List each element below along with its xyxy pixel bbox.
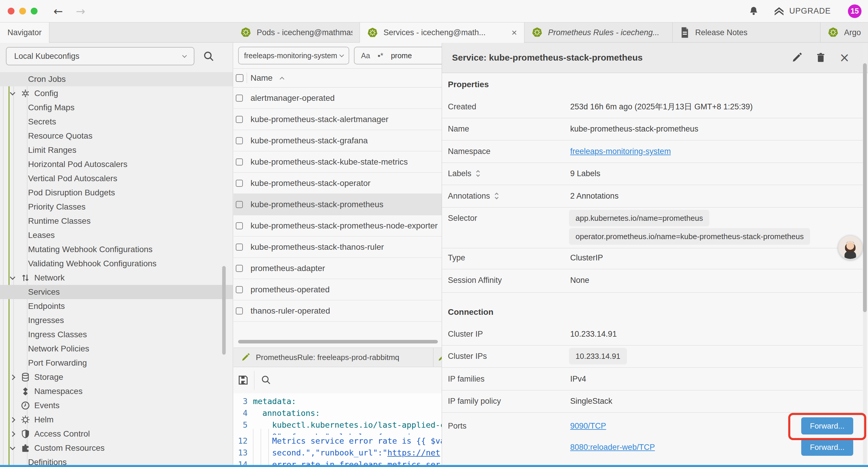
sort-updown-icon[interactable] (475, 169, 481, 178)
row-checkbox[interactable] (236, 180, 243, 187)
row-divider (442, 345, 863, 346)
row-checkbox[interactable] (236, 137, 243, 144)
forward-button[interactable]: Forward... (801, 439, 853, 456)
row-checkbox[interactable] (236, 308, 243, 315)
editor-tab-prometheusrule[interactable]: PrometheusRule: freeleaps-prod-rabbitmq (234, 348, 433, 367)
runbook-url-link[interactable]: https://net (387, 447, 440, 459)
search-query[interactable]: prome (391, 52, 412, 60)
sidebar-item-priority-classes[interactable]: Priority Classes (0, 200, 233, 214)
sidebar-group-access-control[interactable]: Access Control (0, 427, 233, 441)
back-button[interactable]: ← (54, 6, 63, 17)
traffic-lights (8, 8, 42, 14)
upgrade-button[interactable]: UPGRADE (774, 6, 831, 17)
tab-pods[interactable]: Pods - icecheng@mathmas... (233, 23, 360, 42)
table-row[interactable]: alertmanager-operated (234, 87, 442, 109)
sidebar-item-namespaces[interactable]: Namespaces (0, 384, 233, 399)
row-checkbox[interactable] (236, 222, 243, 229)
table-row[interactable]: kube-prometheus-stack-grafana (234, 130, 442, 151)
sidebar-item-secrets[interactable]: Secrets (0, 115, 233, 129)
sidebar-group-helm[interactable]: Helm (0, 413, 233, 427)
table-row[interactable]: prometheus-adapter (234, 258, 442, 279)
tab-navigator[interactable]: Navigator (0, 23, 49, 43)
regex-toggle[interactable]: ▪* (378, 52, 383, 60)
sidebar-group-custom-resources[interactable]: Custom Resources (0, 441, 233, 455)
chevron-right-icon (10, 417, 15, 422)
table-row[interactable]: thanos-ruler-operated (234, 300, 442, 322)
tab-argo[interactable]: Argo Se (820, 23, 868, 42)
sidebar-group-network[interactable]: Network (0, 271, 233, 285)
sidebar-item-mutating-webhook-configurations[interactable]: Mutating Webhook Configurations (0, 242, 233, 257)
sidebar-item-limit-ranges[interactable]: Limit Ranges (0, 143, 233, 157)
table-row[interactable]: prometheus-operated (234, 279, 442, 300)
sidebar-item-cron-jobs[interactable]: Cron Jobs (0, 72, 233, 86)
row-checkbox[interactable] (236, 243, 243, 251)
sidebar-item-services[interactable]: Services (0, 285, 233, 299)
table-row[interactable]: kube-prometheus-stack-kube-state-metrics (234, 151, 442, 173)
search-icon[interactable] (260, 375, 271, 385)
bell-icon[interactable] (749, 6, 758, 17)
sidebar-item-ingress-classes[interactable]: Ingress Classes (0, 327, 233, 342)
namespace-link[interactable]: freeleaps-monitoring-system (570, 147, 671, 156)
close-icon[interactable]: × (839, 52, 850, 64)
sidebar-item-validating-webhook-configurations[interactable]: Validating Webhook Configurations (0, 257, 233, 271)
port-link[interactable]: 8080:reloader-web/TCP (570, 443, 655, 451)
minimize-window-button[interactable] (19, 8, 26, 14)
sidebar-item-port-forwarding[interactable]: Port Forwarding (0, 356, 233, 370)
row-checkbox[interactable] (236, 286, 243, 293)
pencil-icon (438, 353, 442, 362)
row-checkbox[interactable] (236, 201, 243, 208)
trash-icon[interactable] (816, 52, 826, 63)
save-icon[interactable] (238, 375, 249, 386)
sidebar-item-pod-disruption-budgets[interactable]: Pod Disruption Budgets (0, 185, 233, 200)
sidebar-item-horizontal-pod-autoscalers[interactable]: Horizontal Pod Autoscalers (0, 157, 233, 171)
sidebar-group-storage[interactable]: Storage (0, 370, 233, 384)
tab-release-notes[interactable]: Release Notes (673, 23, 820, 42)
close-icon[interactable]: × (505, 27, 517, 38)
row-divider (442, 412, 863, 413)
table-row-selected[interactable]: kube-prometheus-stack-prometheus (234, 194, 442, 215)
search-icon[interactable] (203, 50, 215, 62)
notification-badge[interactable]: 15 (848, 4, 862, 18)
table-row[interactable]: kube-prometheus-stack-operator (234, 173, 442, 194)
row-checkbox[interactable] (236, 116, 243, 123)
avatar[interactable] (838, 235, 863, 260)
sidebar-item-leases[interactable]: Leases (0, 228, 233, 242)
name-column-header[interactable]: Name (251, 73, 284, 83)
sidebar-item-config-maps[interactable]: Config Maps (0, 100, 233, 115)
row-checkbox[interactable] (236, 95, 243, 102)
port-link[interactable]: 9090/TCP (570, 421, 606, 430)
case-sensitive-toggle[interactable]: Aa (361, 52, 370, 60)
sidebar-item-runtime-classes[interactable]: Runtime Classes (0, 214, 233, 228)
table-row[interactable]: kube-prometheus-stack-thanos-ruler (234, 236, 442, 258)
editor-line: 5kubectl.kubernetes.io/last-applied-co (234, 419, 442, 431)
horizontal-scrollbar[interactable] (238, 340, 438, 344)
table-row[interactable]: kube-prometheus-stack-prometheus-node-ex… (234, 215, 442, 236)
kubeconfig-select[interactable]: Local Kubeconfigs (6, 47, 194, 65)
row-divider (442, 207, 863, 207)
forward-button[interactable]: → (76, 6, 85, 17)
sidebar-group-config[interactable]: Config (0, 86, 233, 100)
yaml-editor[interactable]: 3metadata: 4annotations: 5kubectl.kubern… (234, 393, 442, 467)
details-scrollbar-thumb[interactable] (863, 63, 867, 312)
row-checkbox[interactable] (236, 265, 243, 272)
pencil-icon[interactable] (792, 52, 802, 63)
sidebar-scrollbar[interactable] (222, 266, 226, 355)
sidebar-item-resource-quotas[interactable]: Resource Quotas (0, 129, 233, 143)
tab-prometheus-rules[interactable]: Prometheus Rules - icecheng... (524, 23, 673, 42)
sidebar-item-ingresses[interactable]: Ingresses (0, 313, 233, 327)
search-input[interactable]: Aa ▪* prome (354, 47, 442, 64)
sidebar-item-network-policies[interactable]: Network Policies (0, 342, 233, 356)
sort-updown-icon[interactable] (494, 192, 500, 200)
namespace-filter-select[interactable]: freeleaps-monitoring-system (238, 47, 349, 64)
properties-section-heading: Properties (448, 78, 489, 91)
sidebar-item-vertical-pod-autoscalers[interactable]: Vertical Pod Autoscalers (0, 171, 233, 185)
row-checkbox[interactable] (236, 158, 243, 166)
table-row[interactable]: kube-prometheus-stack-alertmanager (234, 109, 442, 130)
sidebar-item-endpoints[interactable]: Endpoints (0, 299, 233, 313)
editor-tab-partial[interactable] (433, 348, 442, 367)
select-all-checkbox[interactable] (236, 74, 243, 82)
zoom-window-button[interactable] (31, 8, 37, 14)
tab-services[interactable]: Services - icecheng@math... × (360, 23, 524, 43)
sidebar-item-events[interactable]: Events (0, 399, 233, 413)
close-window-button[interactable] (8, 8, 14, 14)
